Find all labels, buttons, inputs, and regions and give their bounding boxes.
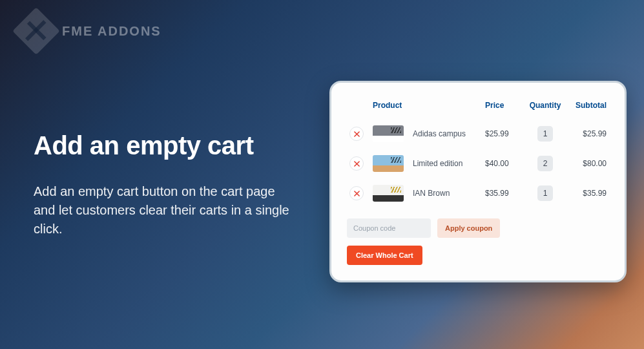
product-subtotal: $25.99 bbox=[568, 119, 609, 149]
quantity-value[interactable]: 1 bbox=[537, 126, 553, 142]
quantity-value[interactable]: 2 bbox=[537, 156, 553, 171]
close-icon bbox=[354, 191, 360, 196]
product-price: $35.99 bbox=[483, 178, 523, 208]
product-price: $40.00 bbox=[483, 149, 523, 178]
table-row: Limited edition$40.002$80.00 bbox=[347, 149, 609, 178]
hero-subtext: Add an empty cart button on the cart pag… bbox=[34, 182, 292, 238]
brand-watermark: FME ADDONS bbox=[19, 14, 161, 48]
clear-cart-button[interactable]: Clear Whole Cart bbox=[347, 246, 422, 265]
quantity-value[interactable]: 1 bbox=[537, 185, 553, 201]
table-row: Adidas campus$25.991$25.99 bbox=[347, 119, 609, 149]
col-subtotal: Subtotal bbox=[568, 96, 609, 119]
cart-actions: Apply coupon Clear Whole Cart bbox=[347, 218, 609, 265]
remove-item-button[interactable] bbox=[349, 186, 364, 200]
cart-card: Product Price Quantity Subtotal Adidas c… bbox=[329, 81, 627, 282]
product-name: Adidas campus bbox=[413, 129, 466, 138]
cart-table: Product Price Quantity Subtotal Adidas c… bbox=[347, 96, 609, 208]
apply-coupon-button[interactable]: Apply coupon bbox=[437, 218, 500, 238]
coupon-input[interactable] bbox=[347, 218, 431, 238]
remove-item-button[interactable] bbox=[349, 127, 364, 141]
product-price: $25.99 bbox=[483, 119, 523, 149]
brand-logo-icon bbox=[12, 7, 60, 55]
col-quantity: Quantity bbox=[523, 96, 568, 119]
hero-copy: Add an empty cart Add an empty cart butt… bbox=[34, 131, 292, 238]
col-delete bbox=[347, 96, 370, 119]
product-thumbnail bbox=[373, 155, 404, 172]
close-icon bbox=[354, 161, 360, 167]
product-thumbnail bbox=[373, 185, 404, 202]
product-name: IAN Brown bbox=[413, 189, 450, 198]
close-icon bbox=[354, 131, 360, 137]
product-name: Limited edition bbox=[413, 159, 462, 168]
product-thumbnail bbox=[373, 125, 404, 142]
hero-heading: Add an empty cart bbox=[34, 131, 292, 160]
col-price: Price bbox=[483, 96, 523, 119]
product-subtotal: $35.99 bbox=[568, 178, 609, 208]
col-product: Product bbox=[370, 96, 483, 119]
brand-name: FME ADDONS bbox=[62, 24, 161, 39]
remove-item-button[interactable] bbox=[349, 156, 364, 171]
table-row: IAN Brown$35.991$35.99 bbox=[347, 178, 609, 208]
product-subtotal: $80.00 bbox=[568, 149, 609, 178]
